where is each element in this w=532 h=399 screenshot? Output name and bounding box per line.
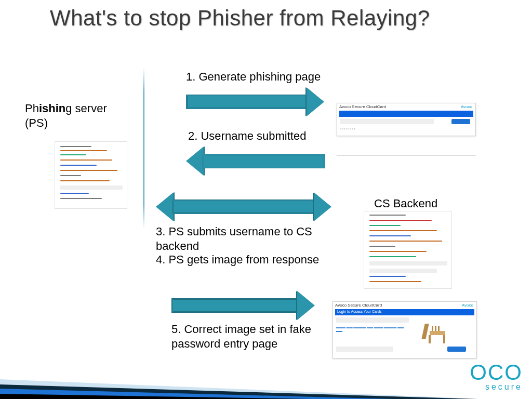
svg-rect-6: [438, 326, 440, 331]
logo-main: OCO: [470, 363, 523, 382]
phishing-server-label: Phishing server (PS): [25, 101, 129, 130]
arrow-left-2: [186, 147, 326, 176]
svg-rect-4: [432, 326, 433, 331]
cloudcard-bar-top: [339, 111, 473, 117]
cs-code-thumb: [364, 211, 452, 289]
arrow-bidirectional: [156, 192, 332, 221]
ps-pre: Ph: [25, 102, 39, 115]
svg-marker-10: [0, 394, 312, 399]
arrow-right-1: [186, 87, 326, 116]
slide-title: What's to stop Phisher from Relaying?: [50, 6, 476, 30]
ps-code-thumb: [55, 141, 127, 209]
cloudcard-thumb-top: Avoco Secure CloudCard Avoco ▪ ▪ ▪ ▪ ▪ ▪…: [337, 103, 476, 136]
step-3-text: 3. PS submits username to CS backend: [156, 224, 332, 253]
cloudcard-header-top: Avoco Secure CloudCard: [339, 104, 386, 109]
svg-rect-3: [443, 335, 445, 343]
step-2-text: 2. Username submitted: [188, 129, 306, 143]
vertical-divider: [143, 68, 144, 229]
step-5-text: 5. Correct image set in fake password en…: [171, 322, 322, 351]
brand-bottom: Avoco: [462, 303, 473, 308]
svg-rect-5: [435, 326, 436, 331]
ps-bold: ishin: [39, 102, 65, 115]
svg-marker-7: [0, 379, 457, 399]
avoco-logo: OCO secure: [470, 363, 523, 392]
step-4-text: 4. PS gets image from response: [156, 252, 343, 267]
cloudcard-header-bottom: Avoco Secure CloudCard: [335, 303, 382, 308]
chair-icon: [421, 321, 453, 347]
svg-rect-2: [429, 335, 431, 343]
svg-marker-9: [0, 389, 395, 399]
cs-backend-label: CS Backend: [374, 196, 437, 211]
brand-top: Avoco: [461, 104, 472, 109]
arrow-right-5: [171, 291, 317, 320]
cloudcard-bar-bottom: Login to Access Your Cards: [335, 309, 474, 315]
step-1-text: 1. Generate phishing page: [186, 70, 321, 84]
svg-rect-0: [421, 324, 429, 339]
svg-marker-8: [0, 384, 478, 399]
cloudcard-thumb-bottom: Avoco Secure CloudCard Avoco Login to Ac…: [332, 301, 477, 358]
accent-swoosh: [0, 352, 532, 399]
svg-rect-1: [430, 331, 445, 335]
slide: What's to stop Phisher from Relaying? Ph…: [0, 0, 532, 399]
divider-line: [337, 155, 476, 155]
